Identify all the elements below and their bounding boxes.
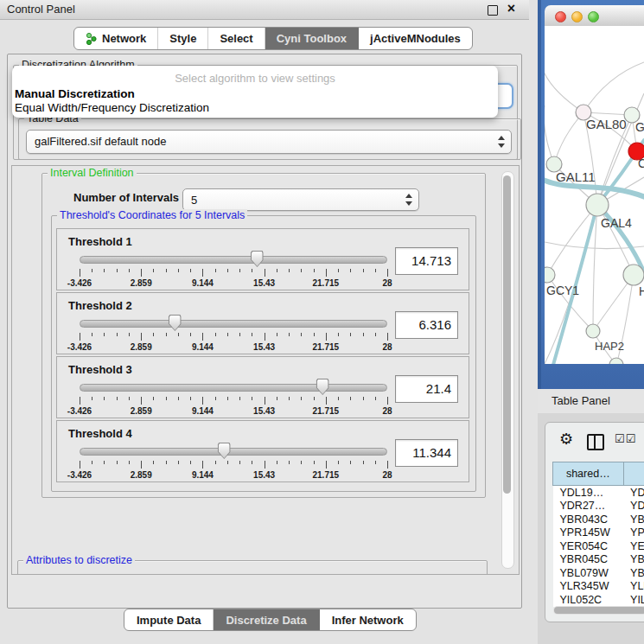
table-row[interactable]: YDR27…YDR2	[553, 500, 644, 513]
network-node-label: GA	[635, 120, 644, 134]
column-header-shared-name[interactable]: shared…	[553, 462, 624, 486]
tab-infer-network[interactable]: Infer Network	[320, 609, 416, 630]
network-node[interactable]	[586, 194, 609, 216]
zoom-traffic-light-icon[interactable]	[588, 11, 599, 22]
table-cell: YBR045C	[553, 553, 624, 567]
table-row[interactable]: YBR043CYBR0	[553, 513, 644, 526]
slider-tick-labels: -3.4262.8599.14415.4321.71528	[80, 278, 387, 288]
slider-track[interactable]	[80, 448, 387, 456]
scrollbar-thumb[interactable]	[554, 607, 644, 614]
slider-track[interactable]	[80, 384, 387, 392]
threshold-slider[interactable]: -3.4262.8599.14415.4321.71528	[80, 250, 387, 288]
dropdown-option-equal-width-frequency[interactable]: Equal Width/Frequency Discretization	[15, 101, 209, 114]
tab-discretize-data[interactable]: Discretize Data	[214, 609, 319, 630]
attributes-group: Attributes to discretize Numerical Attri…	[17, 560, 488, 575]
table-cell: YBR0	[623, 553, 644, 567]
network-node-label: C	[638, 156, 644, 170]
slider-thumb[interactable]	[316, 379, 329, 395]
threshold-slider[interactable]: -3.4262.8599.14415.4321.71528	[80, 378, 387, 416]
network-node[interactable]	[545, 267, 555, 283]
network-node-label: HAP2	[595, 340, 624, 353]
slider-ticks	[80, 461, 387, 469]
number-of-intervals-combobox[interactable]: 5	[182, 188, 419, 211]
table-row[interactable]: YDL19…YDL1	[553, 486, 644, 500]
table-row[interactable]: YPR145WYPR1	[553, 526, 644, 540]
gear-icon[interactable]: ⚙	[559, 430, 573, 449]
table-cell: YBR043C	[553, 513, 624, 526]
node-table-card: ⚙ ☑☑ shared… na YDL19…YDL1YDR27…YDR2YBR0…	[545, 422, 644, 622]
close-icon[interactable]: ×	[507, 1, 515, 16]
tab-network[interactable]: Network	[74, 28, 158, 49]
table-row[interactable]: YER054CYER0	[553, 539, 644, 553]
table-cell: YDL1	[623, 486, 644, 500]
network-canvas[interactable]: GAL80GACGAL11GAL4GCY1HHAP2	[545, 26, 644, 364]
table-row[interactable]: YIL052CYIL0	[553, 593, 644, 607]
table-row[interactable]: YBL079WYBL0	[553, 566, 644, 580]
column-layout-icon[interactable]	[587, 434, 604, 450]
table-cell: YBR0	[623, 513, 644, 526]
table-cell: YDL19…	[553, 486, 624, 500]
slider-tick-labels: -3.4262.8599.14415.4321.71528	[80, 470, 387, 480]
table-panel-body: ⚙ ☑☑ shared… na YDL19…YDL1YDR27…YDR2YBR0…	[538, 413, 644, 644]
table-cell: YBL0	[623, 566, 644, 580]
threshold-slider[interactable]: -3.4262.8599.14415.4321.71528	[80, 442, 387, 480]
minimize-traffic-light-icon[interactable]	[571, 11, 583, 22]
slider-thumb[interactable]	[251, 251, 264, 267]
panel-vertical-scrollbar[interactable]	[501, 171, 514, 569]
network-node-label: GCY1	[546, 284, 579, 297]
tab-jactivemnodules[interactable]: jActiveMNodules	[359, 28, 472, 49]
combobox-value: galFiltered.sif default node	[35, 135, 166, 148]
threshold-panel: Threshold 3-3.4262.8599.14415.4321.71528…	[56, 356, 469, 418]
table-row[interactable]: YLR345WYLR3	[553, 580, 644, 594]
table-horizontal-scrollbar[interactable]	[553, 606, 644, 615]
table-cell: YER054C	[553, 539, 624, 553]
numerical-attributes-label: Numerical Attributes	[46, 571, 156, 575]
table-cell: YDR27…	[553, 500, 624, 513]
slider-track[interactable]	[80, 320, 387, 328]
thresholds-group: Threshold's Coordinates for 5 Intervals …	[51, 215, 476, 492]
threshold-list: Threshold 1-3.4262.8599.14415.4321.71528…	[56, 228, 469, 484]
network-node[interactable]	[586, 324, 600, 338]
slider-track[interactable]	[80, 256, 387, 264]
table-cell: YLR345W	[553, 580, 624, 594]
tab-impute-data[interactable]: Impute Data	[124, 609, 214, 630]
threshold-panel: Threshold 4-3.4262.8599.14415.4321.71528…	[56, 420, 469, 482]
network-view-window: GAL80GACGAL11GAL4GCY1HHAP2	[538, 0, 644, 389]
settings-scroll-area: Interval Definition Number of Intervals …	[11, 165, 520, 575]
network-window-titlebar	[545, 5, 644, 27]
tab-cyni-toolbox[interactable]: Cyni Toolbox	[265, 28, 359, 49]
tab-select[interactable]: Select	[208, 28, 265, 49]
node-attribute-table: shared… na YDL19…YDL1YDR27…YDR2YBR043CYB…	[552, 462, 644, 607]
slider-tick-labels: -3.4262.8599.14415.4321.71528	[80, 406, 387, 416]
threshold-value-field[interactable]: 6.316	[395, 311, 458, 339]
group-title: Interval Definition	[48, 167, 137, 179]
scrollbar-thumb[interactable]	[503, 175, 511, 494]
table-data-combobox[interactable]: galFiltered.sif default node	[26, 130, 512, 154]
control-panel-titlebar: Control Panel ×	[0, 0, 529, 20]
slider-thumb[interactable]	[218, 443, 231, 459]
threshold-label: Threshold 3	[68, 363, 132, 376]
tab-label: Select	[220, 32, 252, 45]
slider-thumb[interactable]	[169, 315, 182, 331]
tab-style[interactable]: Style	[158, 28, 208, 49]
threshold-slider[interactable]: -3.4262.8599.14415.4321.71528	[80, 314, 387, 352]
threshold-value-field[interactable]: 11.344	[395, 439, 458, 467]
network-node-label: GAL11	[556, 169, 596, 184]
select-columns-icon[interactable]: ☑☑	[615, 432, 636, 445]
dropdown-option-manual-discretization[interactable]: Manual Discretization	[15, 87, 135, 100]
table-row[interactable]: YBR045CYBR0	[553, 553, 644, 567]
slider-ticks	[80, 397, 387, 405]
cyni-bottom-tab-bar: Impute Data Discretize Data Infer Networ…	[124, 609, 417, 631]
table-panel-titlebar: Table Panel	[538, 389, 644, 414]
threshold-value-field[interactable]: 21.4	[395, 375, 458, 403]
tab-label: Impute Data	[137, 614, 201, 627]
slider-ticks	[80, 333, 387, 341]
close-traffic-light-icon[interactable]	[555, 11, 566, 22]
threshold-value-field[interactable]: 14.713	[395, 247, 458, 275]
column-header-name[interactable]: na	[623, 462, 644, 486]
network-node[interactable]	[623, 265, 644, 285]
float-window-icon[interactable]	[488, 5, 498, 16]
combobox-stepper-icon	[405, 194, 412, 206]
tab-label: Infer Network	[332, 614, 404, 627]
cyni-toolbox-panel: Discretization Algorithm Table Data galF…	[7, 54, 522, 609]
